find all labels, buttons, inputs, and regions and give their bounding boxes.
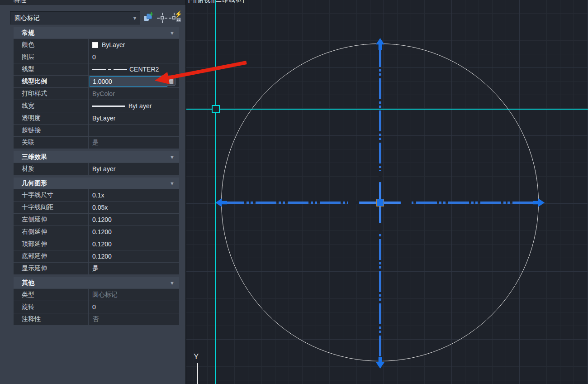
color-value[interactable]: ByLayer — [89, 39, 179, 51]
table-row: 注释性 否 — [14, 313, 179, 325]
section-misc: 其他 ▼ 类型 圆心标记 旋转 0 注释性 否 — [14, 277, 179, 325]
crosshair-icon — [162, 20, 163, 23]
lightning-icon: ⚡ — [175, 10, 182, 18]
chevron-down-icon[interactable]: ▼ — [170, 181, 175, 186]
value-text: CENTER2 — [129, 66, 159, 73]
property-label: 线型 — [14, 63, 88, 75]
property-label: 材质 — [14, 163, 88, 175]
viewport-controls[interactable]: [-][俯视][二维线框] — [188, 0, 245, 4]
section-header-misc[interactable]: 其他 ▼ — [14, 277, 179, 288]
property-label: 图层 — [14, 51, 88, 63]
table-row: 右侧延伸 0.1200 — [14, 226, 179, 238]
property-label: 顶部延伸 — [14, 238, 88, 250]
transparency-value[interactable]: ByLayer — [89, 112, 179, 124]
autocad-window: [-][俯视][二维线框] Y 特性 圆心标记 ▼ — [0, 0, 588, 384]
section-general: 常规 ▼ 颜色 ByLayer 图层 0 线型 — [14, 27, 179, 149]
bottom-extension-value[interactable]: 0.1200 — [89, 250, 179, 262]
layer-value[interactable]: 0 — [89, 51, 179, 63]
table-row: 材质 ByLayer — [14, 163, 179, 175]
property-label: 关联 — [14, 137, 88, 149]
drawing-canvas[interactable]: [-][俯视][二维线框] Y — [186, 0, 588, 384]
top-extension-value[interactable]: 0.1200 — [89, 238, 179, 250]
left-extension-value[interactable]: 0.1200 — [89, 214, 179, 226]
property-label: 十字线尺寸 — [14, 189, 88, 201]
property-grid: 常规 ▼ 颜色 ByLayer 图层 0 线型 — [14, 27, 179, 328]
table-row: 左侧延伸 0.1200 — [14, 214, 179, 226]
section-header-general[interactable]: 常规 ▼ — [14, 27, 179, 38]
quick-calc-button[interactable]: ▦ — [167, 77, 175, 86]
linetype-scale-cell: 1.0000 ▦ — [89, 76, 179, 87]
table-row: 顶部延伸 0.1200 — [14, 238, 179, 250]
cross-size-value[interactable]: 0.1x — [89, 189, 179, 201]
table-row: 底部延伸 0.1200 — [14, 250, 179, 262]
ucs-y-label: Y — [194, 352, 199, 361]
crosshair-icon — [169, 18, 171, 19]
table-row: 十字线尺寸 0.1x — [14, 189, 179, 201]
linetype-scale-input[interactable]: 1.0000 — [90, 76, 167, 87]
table-row: 线宽 ByLayer — [14, 100, 179, 112]
property-label: 右侧延伸 — [14, 226, 88, 238]
table-row: 超链接 — [14, 125, 179, 136]
chevron-down-icon[interactable]: ▼ — [170, 30, 175, 36]
select-objects-button[interactable] — [156, 12, 168, 24]
chevron-down-icon[interactable]: ▼ — [130, 12, 140, 24]
property-label: 打印样式 — [14, 88, 88, 100]
palette-titlebar[interactable]: 特性 — [0, 0, 185, 5]
property-label: 注释性 — [14, 313, 88, 325]
linetype-preview — [114, 69, 127, 70]
plot-style-value: ByColor — [89, 88, 179, 100]
linetype-gap — [401, 201, 412, 204]
properties-palette: 特性 圆心标记 ▼ + ⚡ — [0, 0, 186, 384]
property-label: 左侧延伸 — [14, 214, 88, 226]
object-type-dropdown[interactable]: 圆心标记 ▼ — [10, 11, 140, 24]
property-label: 超链接 — [14, 125, 88, 136]
property-label: 类型 — [14, 289, 88, 301]
section-header-3d[interactable]: 三维效果 ▼ — [14, 151, 179, 163]
lineweight-value[interactable]: ByLayer — [89, 100, 179, 112]
center-grip[interactable] — [376, 199, 384, 206]
ucs-y-axis — [197, 363, 198, 384]
section-geometry: 几何图形 ▼ 十字线尺寸 0.1x 十字线间距 0.05x 左侧延伸 0.120… — [14, 178, 179, 274]
property-label: 十字线间距 — [14, 202, 88, 213]
property-label: 底部延伸 — [14, 250, 88, 262]
property-label: 线型比例 — [14, 76, 88, 87]
right-extension-value[interactable]: 0.1200 — [89, 226, 179, 238]
table-row: 关联 是 — [14, 137, 179, 149]
chevron-down-icon[interactable]: ▼ — [170, 154, 175, 160]
property-label: 旋转 — [14, 301, 88, 313]
section-header-geometry[interactable]: 几何图形 ▼ — [14, 178, 179, 189]
table-row: 旋转 0 — [14, 301, 179, 313]
section-label: 几何图形 — [22, 179, 170, 187]
pickbox-cursor — [212, 105, 220, 113]
property-label: 线宽 — [14, 100, 88, 112]
table-row: 线型 CENTER2 — [14, 63, 179, 75]
object-type-value: 圆心标记 — [10, 14, 130, 22]
color-swatch — [92, 42, 98, 48]
value-text: ByLayer — [128, 102, 152, 110]
property-label: 颜色 — [14, 39, 88, 51]
table-row: 打印样式 ByColor — [14, 88, 179, 100]
hyperlink-value[interactable] — [89, 125, 179, 136]
crosshair-icon — [162, 13, 163, 15]
linetype-gap — [379, 223, 382, 234]
quick-select-button[interactable]: ⚡ — [170, 12, 182, 24]
table-row: 线型比例 1.0000 ▦ — [14, 76, 179, 87]
show-extension-value[interactable]: 是 — [89, 263, 179, 274]
associative-value: 是 — [89, 137, 179, 149]
section-label: 其他 — [22, 279, 170, 287]
crosshair-icon — [157, 18, 160, 19]
material-value[interactable]: ByLayer — [89, 163, 179, 175]
table-row: 显示延伸 是 — [14, 263, 179, 274]
table-row: 十字线间距 0.05x — [14, 202, 179, 213]
linetype-value[interactable]: CENTER2 — [89, 63, 179, 75]
rotation-value[interactable]: 0 — [89, 301, 179, 313]
table-row: 颜色 ByLayer — [14, 39, 179, 51]
toggle-pickadd-button[interactable]: + — [143, 12, 155, 24]
chevron-down-icon[interactable]: ▼ — [170, 280, 175, 286]
cross-gap-value[interactable]: 0.05x — [89, 202, 179, 213]
linetype-gap — [379, 171, 382, 182]
crosshair-icon — [161, 16, 164, 19]
table-icon — [176, 18, 181, 22]
table-row: 透明度 ByLayer — [14, 112, 179, 124]
plus-icon: + — [149, 10, 153, 18]
